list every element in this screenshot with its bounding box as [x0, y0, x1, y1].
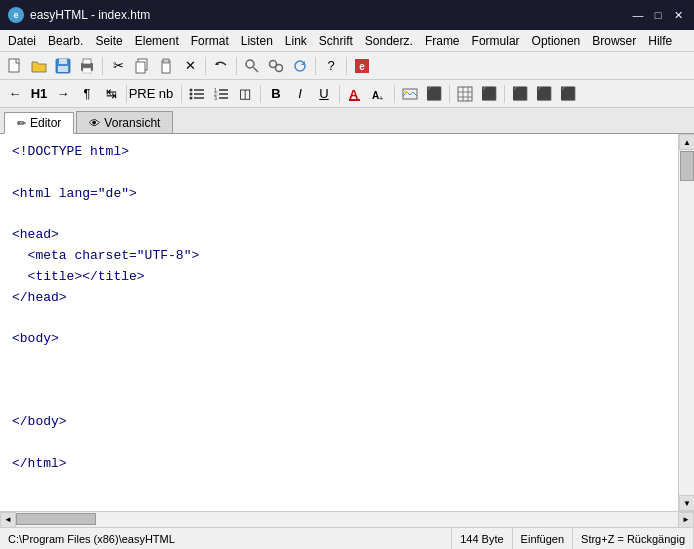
- separator11: [449, 85, 450, 103]
- ul-button[interactable]: [186, 83, 208, 105]
- scroll-down-button[interactable]: ▼: [679, 495, 694, 511]
- svg-rect-3: [58, 66, 68, 72]
- help-button[interactable]: ?: [320, 55, 342, 77]
- svg-point-19: [190, 88, 193, 91]
- cut-button[interactable]: ✂: [107, 55, 129, 77]
- paste-button[interactable]: [155, 55, 177, 77]
- toolbar2: ← H1 → ¶ ↹ PRE nb 1.2.3. ◫ B I U A A+ ⬛ …: [0, 80, 694, 108]
- svg-point-11: [246, 60, 254, 68]
- svg-point-36: [405, 90, 408, 93]
- copy-button[interactable]: [131, 55, 153, 77]
- separator10: [394, 85, 395, 103]
- delete-button[interactable]: ✕: [179, 55, 201, 77]
- status-size: 144 Byte: [452, 528, 512, 549]
- replace-button[interactable]: [265, 55, 287, 77]
- svg-rect-2: [59, 59, 67, 64]
- title-left: e easyHTML - index.htm: [8, 7, 150, 23]
- editor-tab-icon: ✏: [17, 117, 26, 130]
- image-button[interactable]: [399, 83, 421, 105]
- new-button[interactable]: [4, 55, 26, 77]
- insert-right-button[interactable]: →: [52, 83, 74, 105]
- svg-rect-37: [458, 87, 472, 101]
- scroll-h-track: [16, 512, 678, 527]
- title-text: easyHTML - index.htm: [30, 8, 150, 22]
- tab-preview-label: Voransicht: [104, 116, 160, 130]
- tab-preview[interactable]: 👁 Voransicht: [76, 111, 173, 133]
- maximize-button[interactable]: □: [650, 7, 666, 23]
- svg-rect-10: [163, 59, 169, 63]
- menu-sonderz[interactable]: Sonderz.: [359, 30, 419, 51]
- nb-button[interactable]: nb: [155, 83, 177, 105]
- tab-bar: ✏ Editor 👁 Voransicht: [0, 108, 694, 134]
- undo-button[interactable]: [210, 55, 232, 77]
- close-button[interactable]: ✕: [670, 7, 686, 23]
- status-shortcut: Strg+Z = Rückgängig: [573, 528, 694, 549]
- editor-container: <!DOCTYPE html> <html lang="de"> <head> …: [0, 134, 694, 511]
- ol-button[interactable]: 1.2.3.: [210, 83, 232, 105]
- scroll-h-thumb[interactable]: [16, 513, 96, 525]
- scroll-track: [679, 150, 694, 495]
- find-button[interactable]: [241, 55, 263, 77]
- misc3-button[interactable]: ⬛: [557, 83, 579, 105]
- scroll-left-button[interactable]: ◄: [0, 512, 16, 528]
- extra-button[interactable]: e: [351, 55, 373, 77]
- misc2-button[interactable]: ⬛: [533, 83, 555, 105]
- font-color-button[interactable]: A: [344, 83, 366, 105]
- separator8: [260, 85, 261, 103]
- menu-frame[interactable]: Frame: [419, 30, 466, 51]
- misc1-button[interactable]: ⬛: [509, 83, 531, 105]
- menu-format[interactable]: Format: [185, 30, 235, 51]
- separator2: [205, 57, 206, 75]
- print-button[interactable]: [76, 55, 98, 77]
- scroll-right-button[interactable]: ►: [678, 512, 694, 528]
- separator7: [181, 85, 182, 103]
- blockquote-button[interactable]: ◫: [234, 83, 256, 105]
- vertical-scrollbar: ▲ ▼: [678, 134, 694, 511]
- menu-seite[interactable]: Seite: [89, 30, 128, 51]
- svg-line-12: [254, 67, 259, 72]
- table2-button[interactable]: ⬛: [478, 83, 500, 105]
- toolbar1: ✂ ✕ ? e: [0, 52, 694, 80]
- title-bar: e easyHTML - index.htm — □ ✕: [0, 0, 694, 30]
- underline-button[interactable]: U: [313, 83, 335, 105]
- preview-tab-icon: 👁: [89, 117, 100, 129]
- separator5: [346, 57, 347, 75]
- svg-text:+: +: [379, 95, 383, 102]
- bold-button[interactable]: B: [265, 83, 287, 105]
- menu-schrift[interactable]: Schrift: [313, 30, 359, 51]
- indent-button[interactable]: ↹: [100, 83, 122, 105]
- heading-select[interactable]: H1: [28, 83, 50, 105]
- special-button[interactable]: ⬛: [423, 83, 445, 105]
- separator12: [504, 85, 505, 103]
- reload-button[interactable]: [289, 55, 311, 77]
- open-button[interactable]: [28, 55, 50, 77]
- menu-element[interactable]: Element: [129, 30, 185, 51]
- menu-hilfe[interactable]: Hilfe: [642, 30, 678, 51]
- svg-point-21: [190, 92, 193, 95]
- italic-button[interactable]: I: [289, 83, 311, 105]
- svg-rect-5: [83, 59, 91, 64]
- paragraph-button[interactable]: ¶: [76, 83, 98, 105]
- svg-text:3.: 3.: [214, 95, 218, 101]
- editor-content[interactable]: <!DOCTYPE html> <html lang="de"> <head> …: [0, 134, 678, 511]
- menu-formular[interactable]: Formular: [466, 30, 526, 51]
- menu-listen[interactable]: Listen: [235, 30, 279, 51]
- menu-optionen[interactable]: Optionen: [526, 30, 587, 51]
- insert-left-button[interactable]: ←: [4, 83, 26, 105]
- font-size-button[interactable]: A+: [368, 83, 390, 105]
- menu-datei[interactable]: Datei: [2, 30, 42, 51]
- status-path: C:\Program Files (x86)\easyHTML: [0, 528, 452, 549]
- scroll-up-button[interactable]: ▲: [679, 134, 694, 150]
- tab-editor-label: Editor: [30, 116, 61, 130]
- scroll-thumb[interactable]: [680, 151, 694, 181]
- minimize-button[interactable]: —: [630, 7, 646, 23]
- menu-link[interactable]: Link: [279, 30, 313, 51]
- separator3: [236, 57, 237, 75]
- menu-browser[interactable]: Browser: [586, 30, 642, 51]
- menu-bearb[interactable]: Bearb.: [42, 30, 89, 51]
- pre-button[interactable]: PRE: [131, 83, 153, 105]
- table-button[interactable]: [454, 83, 476, 105]
- tab-editor[interactable]: ✏ Editor: [4, 112, 74, 134]
- title-controls: — □ ✕: [630, 7, 686, 23]
- save-button[interactable]: [52, 55, 74, 77]
